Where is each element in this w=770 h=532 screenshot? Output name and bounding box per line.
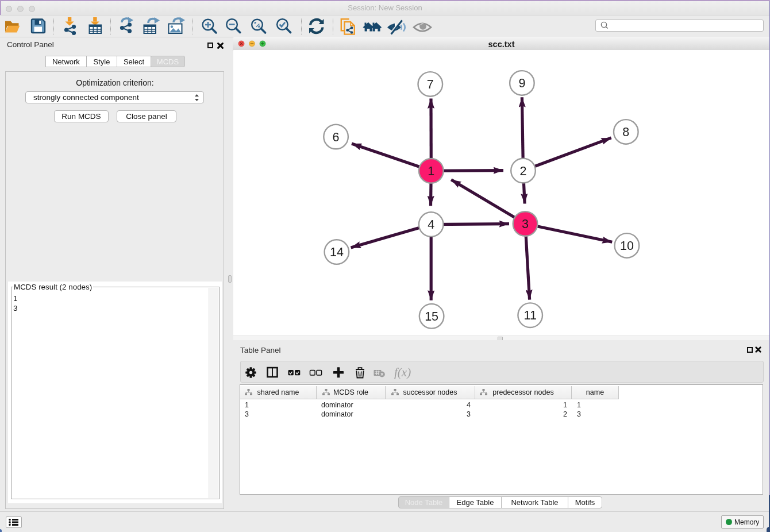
- svg-text:14: 14: [330, 245, 344, 259]
- svg-text:4: 4: [428, 218, 434, 232]
- svg-text:11: 11: [524, 309, 537, 322]
- svg-text:15: 15: [425, 310, 438, 323]
- svg-text:1: 1: [428, 164, 434, 178]
- svg-text:8: 8: [622, 125, 629, 139]
- svg-text:7: 7: [427, 78, 434, 91]
- svg-text:f(x): f(x): [394, 365, 411, 379]
- svg-text:10: 10: [620, 239, 634, 253]
- svg-text:2: 2: [520, 164, 527, 178]
- svg-text:6: 6: [333, 130, 340, 144]
- svg-text:3: 3: [522, 217, 529, 231]
- svg-text:9: 9: [518, 76, 525, 90]
